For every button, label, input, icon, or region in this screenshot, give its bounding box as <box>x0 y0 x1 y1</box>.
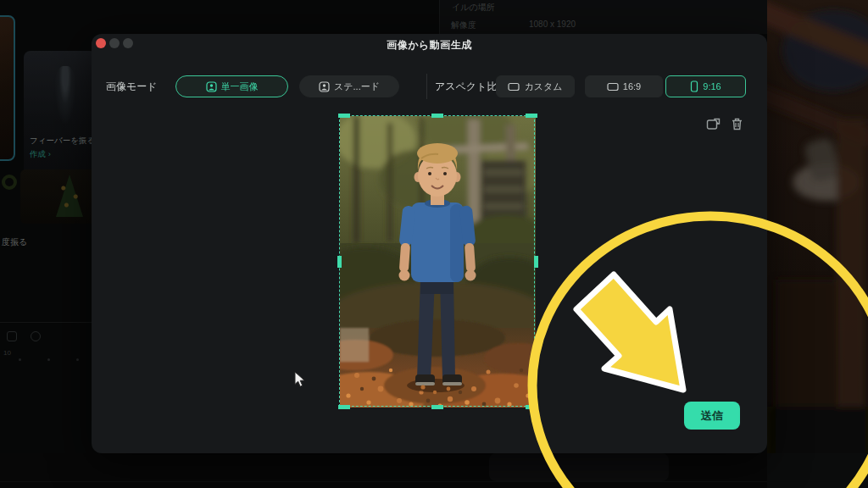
selection-handle-top-right[interactable] <box>526 114 537 118</box>
boy-photo <box>340 116 536 408</box>
selection-handle-top-center[interactable] <box>431 114 443 118</box>
aspect-custom-text: カスタム <box>524 80 562 93</box>
aspect-916-text: 9:16 <box>703 81 721 92</box>
stacked-images-icon <box>319 81 330 92</box>
image-mode-label: 画像モード <box>106 80 158 94</box>
selection-handle-mid-right[interactable] <box>534 256 538 268</box>
portrait-image-icon <box>206 81 217 92</box>
aspect-169-text: 16:9 <box>623 81 641 92</box>
submit-button[interactable]: 送信 <box>684 402 740 430</box>
controls-separator <box>426 74 427 99</box>
stitch-mode-button[interactable]: ステ...ード <box>299 75 399 97</box>
selection-handle-top-left[interactable] <box>338 114 350 118</box>
dialog-title: 画像から動画生成 <box>92 38 767 53</box>
selection-handle-bottom-left[interactable] <box>338 405 350 409</box>
selection-handle-bottom-right[interactable] <box>526 405 537 409</box>
background-playground-photo <box>767 0 868 488</box>
aspect-custom-button[interactable]: カスタム <box>496 75 575 97</box>
stitch-mode-text: ステ...ード <box>334 80 380 93</box>
uploaded-image-preview[interactable] <box>340 116 536 408</box>
aspect-ratio-label: アスペクト比 <box>435 80 497 94</box>
landscape-ratio-icon <box>607 82 619 92</box>
aspect-916-button[interactable]: 9:16 <box>665 75 746 97</box>
selection-handle-bottom-center[interactable] <box>431 405 443 409</box>
app-screen: イルの場所 解像度 1080 x 1920 フィーバーを振る 作成 › 度振る … <box>0 0 868 488</box>
single-image-mode-text: 単一画像 <box>221 80 259 93</box>
portrait-phone-icon <box>690 80 698 92</box>
aspect-169-button[interactable]: 16:9 <box>585 75 663 97</box>
selection-handle-mid-left[interactable] <box>337 256 342 268</box>
single-image-mode-button[interactable]: 単一画像 <box>175 75 288 97</box>
replace-image-icon[interactable] <box>706 117 721 131</box>
landscape-ratio-icon <box>508 82 520 92</box>
delete-image-icon[interactable] <box>730 117 744 131</box>
